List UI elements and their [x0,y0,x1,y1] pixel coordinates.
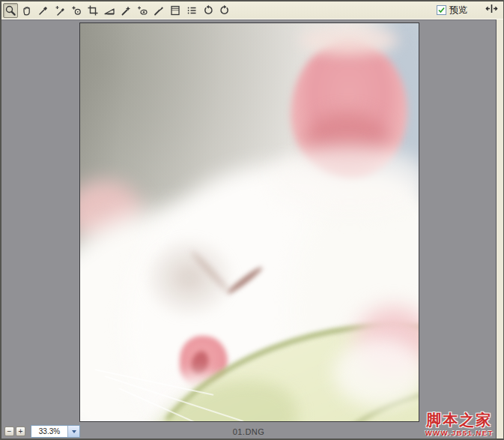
eye-plus-icon [136,4,148,16]
tool-group [3,3,234,18]
fullscreen-arrows-icon [485,2,498,18]
brush-icon [153,4,165,16]
eyedropper-icon [37,4,49,16]
eyedropper-plus-icon [54,4,66,16]
zoom-tool-button[interactable] [3,3,18,18]
crop-tool-button[interactable] [85,3,100,18]
toolbar-right: 预览 [437,3,499,18]
kitten-ear-fringe [300,26,398,55]
straighten-tool-button[interactable] [102,3,117,18]
crop-icon [87,4,99,16]
fullscreen-toggle-button[interactable] [484,3,499,18]
preview-toggle[interactable]: 预览 [437,4,467,16]
check-icon [437,6,446,14]
toolbar: 预览 [1,1,503,19]
rotate-left-button[interactable] [201,3,216,18]
red-eye-removal-tool-button[interactable] [135,3,150,18]
heal-sparkle-icon [120,4,132,16]
magnifier-icon [4,4,16,16]
rotate-cw-icon [219,4,231,16]
watermark: 脚本之家 WWW.JB51.NET [425,412,494,437]
hand-icon [21,4,33,16]
watermark-url: WWW.JB51.NET [425,430,494,437]
camera-raw-dialog: 预览 [0,0,504,440]
kitten-ear-base-fur [270,145,419,214]
level-triangle-icon [103,4,115,16]
targeted-adjustment-tool-button[interactable] [69,3,84,18]
filename-label: 01.DNG [1,427,496,436]
status-bar: − + 33.3% 01.DNG [1,424,496,440]
gradient-rect-icon [169,4,181,16]
rotate-ccw-icon [202,4,214,16]
preview-label: 预览 [449,4,467,16]
graduated-filter-tool-button[interactable] [168,3,183,18]
preferences-button[interactable] [184,3,199,18]
kitten-head-shading [124,220,255,336]
white-balance-tool-button[interactable] [36,3,51,18]
hand-tool-button[interactable] [19,3,34,18]
image-canvas[interactable]: − + 33.3% 01.DNG 脚本之家 WWW.JB51.NET [1,19,497,440]
adjustment-brush-tool-button[interactable] [151,3,166,18]
photo-preview[interactable] [79,22,419,422]
kitten-paw-fur [333,338,419,407]
target-circle-icon [70,4,82,16]
color-sampler-tool-button[interactable] [52,3,67,18]
preview-checkbox[interactable] [437,5,446,15]
rotate-right-button[interactable] [217,3,232,18]
spot-removal-tool-button[interactable] [118,3,133,18]
list-icon [186,4,198,16]
watermark-title: 脚本之家 [425,412,494,428]
